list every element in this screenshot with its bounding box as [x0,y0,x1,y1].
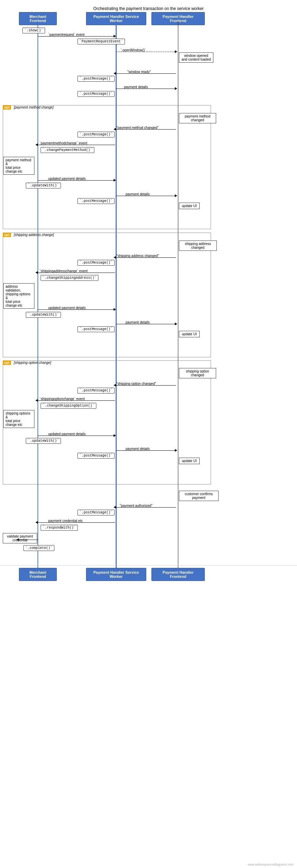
post-message-3: `.postMessage()` [77,132,115,137]
fragment-condition-3: [shipping option change] [14,361,51,365]
open-window-label: `.openWindow()` [120,48,146,52]
shipping-option-changed-label: "shipping option changed" [116,382,156,386]
payment-details-1-label: payment details [124,85,148,89]
payment-details-2-arrowhead [175,194,177,197]
update-with-1: `.updateWith()` [26,183,61,188]
shippingaddresschange-label: `shippingaddresschange` event [40,269,88,273]
payment-request-event-box: `PaymentRequestEvent` [77,39,125,44]
open-window-arrowhead [175,50,177,53]
updated-payment-2-arrowhead [114,308,116,311]
window-ready-label: "window ready" [127,70,151,74]
payment-details-3-label: payment details [126,320,150,324]
payment-method-side-note: payment method &total price change etc [3,157,34,175]
post-message-7: `.postMessage()` [77,388,115,394]
shipping-address-changed-label: "shipping address changed" [116,254,159,258]
payment-details-2-label: payment details [126,192,150,196]
post-message-4: `.postMessage()` [77,198,115,204]
footer-separator [0,565,297,565]
paymentmethodchange-arrowhead [35,143,38,146]
post-message-5: `.postMessage()` [77,260,115,266]
fragment-condition-1: [payment method change] [14,105,54,109]
payment-details-3-arrowhead [175,323,177,325]
validate-arrow [19,540,38,540]
post-message-8: `.postMessage()` [77,453,115,459]
updated-payment-1-label: updated payment details [48,177,86,181]
payment-credential-arrowhead [35,521,38,524]
address-validation-note: address validation,shipping options &tot… [3,283,34,309]
opt-label-3: opt [3,360,11,365]
shippingoptionchange-arrowhead [35,399,38,402]
payment-details-1-arrowhead [175,87,177,90]
window-opened-note: window openedand content loaded [179,52,213,63]
change-shipping-address-box: `.changeShippingAddress()` [41,275,98,281]
payment-credential-label: payment credential etc [48,519,83,523]
shipping-option-changed-note: shipping option changed [179,368,216,378]
update-with-3: `.updateWith()` [26,438,61,444]
payment-details-4-arrowhead [175,449,177,452]
payment-method-changed-note: payment method changed [179,113,216,123]
updated-payment-3-label: updated payment details [48,432,86,436]
complete-box: `.complete()` [23,545,54,551]
update-ui-1: update UI [179,203,200,209]
shippingaddresschange-arrowhead [35,271,38,274]
paymentmethodchange-label: `paymentmethodchange` event [40,141,87,145]
shipping-options-note: shipping options &total price change etc [3,410,34,428]
opt-label-2: opt [3,233,11,237]
payment-details-4-label: payment details [126,447,150,451]
update-ui-3: update UI [179,458,200,464]
lifeline-sw-bottom: Payment Handler Service Worker [86,568,146,581]
shippingoptionchange-label: `shippingoptionchange` event [40,397,85,401]
payment-authorized-arrowhead [114,506,116,509]
change-shipping-option-box: `.changeShippingOption()` [41,403,96,409]
post-message-2: `.postMessage()` [77,91,115,97]
shipping-option-changed-arrowhead [114,384,116,387]
diagram-container: Orchestrating the payment transaction on… [0,0,297,868]
post-message-6: `.postMessage()` [77,326,115,332]
updated-payment-3-arrowhead [114,434,116,437]
paymentrequest-arrowhead [114,35,116,38]
customer-confirms-note: customer confirms payment [179,491,219,501]
post-message-9: `.postMessage()` [77,510,115,515]
lifeline-merchant-bottom: Merchant Frontend [19,568,57,581]
shipping-address-changed-arrowhead [114,256,116,259]
respond-with-box: `.respondWith()` [41,525,78,531]
lifeline-frontend-bottom: Payment Handler Frontend [151,568,205,581]
fragment-condition-2: [shipping address change] [14,233,54,237]
watermark: www.websequencediagrams.com [247,863,294,866]
shipping-address-changed-note: shipping address changed [179,241,217,251]
update-with-2: `.updateWith()` [26,312,61,318]
paymentrequest-label: `paymentrequest` event [48,33,85,37]
updated-payment-2-label: updated payment details [48,306,86,310]
update-ui-2: update UI [179,331,200,337]
window-ready-arrowhead [114,72,116,75]
payment-authorized-label: "payment authorized" [120,504,152,508]
post-message-1: `.postMessage()` [77,76,115,82]
show-method: `.show()` [22,28,45,33]
opt-label-1: opt [3,105,11,110]
change-payment-method-box: `.changePaymentMethod()` [41,147,94,153]
validate-credential-note: validate payment credential [3,533,37,543]
updated-payment-1-arrowhead [114,179,116,182]
payment-method-changed-arrowhead [114,128,116,131]
validate-arrowhead [17,538,19,541]
payment-method-changed-label: "payment method changed" [116,126,159,130]
